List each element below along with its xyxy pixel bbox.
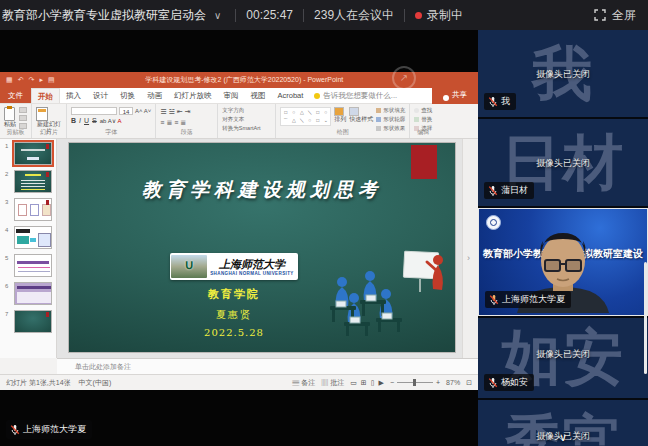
shape-fill-button[interactable]: 形状填充	[376, 107, 405, 114]
tab-transitions[interactable]: 切换	[114, 88, 141, 103]
recording-status[interactable]: 录制中	[427, 7, 463, 24]
zoom-slider-thumb[interactable]	[413, 379, 416, 386]
normal-view-icon[interactable]: ▭	[350, 379, 357, 387]
participant-name: 杨如安	[501, 376, 528, 389]
text-direction-button[interactable]: 文字方向	[222, 107, 260, 114]
cut-icon[interactable]	[19, 107, 27, 113]
slide-department[interactable]: 教育学院	[154, 287, 314, 302]
underline-button[interactable]: U	[84, 117, 89, 124]
italic-button[interactable]: I	[79, 117, 81, 124]
slide-canvas[interactable]: 教育学科建设规划思考 ∪ 上海师范大学 SHANGHAI NORMAL UNIV…	[57, 139, 462, 358]
tab-slideshow[interactable]: 幻灯片放映	[168, 88, 218, 103]
slide-thumbnail-3[interactable]	[14, 198, 52, 221]
replace-button[interactable]: 替换	[414, 116, 432, 123]
tab-review[interactable]: 审阅	[218, 88, 245, 103]
arrange-icon[interactable]	[334, 107, 344, 116]
chevron-down-icon[interactable]: ∨	[214, 10, 221, 21]
camera-off-text: 摄像头已关闭	[478, 157, 648, 170]
save-icon[interactable]: ▦	[6, 76, 13, 84]
scroll-more-chevron-icon[interactable]: ∨	[559, 431, 567, 444]
new-slide-icon[interactable]	[36, 107, 48, 121]
tab-insert[interactable]: 插入	[60, 88, 87, 103]
microphone-muted-icon	[488, 377, 498, 389]
zoom-in-icon[interactable]: +	[436, 379, 440, 386]
participant-tile-me[interactable]: 我 摄像头已关闭 我	[478, 30, 648, 117]
sorter-view-icon[interactable]: ⊞	[361, 379, 367, 387]
slide-thumbnail-6[interactable]	[14, 282, 52, 305]
smartart-button[interactable]: 转换为SmartArt	[222, 125, 260, 132]
comments-toggle[interactable]: ▥ 批注	[321, 378, 344, 388]
language-indicator[interactable]: 中文(中国)	[79, 378, 112, 388]
tab-home[interactable]: 开始	[31, 88, 60, 103]
font-size-box[interactable]: 14	[119, 107, 133, 115]
strike-button[interactable]: S	[92, 117, 97, 124]
screen-share-area: ▦ ↶ ↷ ▸ ▤ 学科建设规划思考-修改2 (广西师范大学20220520) …	[0, 30, 478, 446]
participant-tile-partial[interactable]: 秀宫 摄像头已关闭 ∨	[478, 400, 648, 446]
clipboard-group-label: 剪贴板	[0, 128, 31, 137]
thumb-number: 3	[5, 199, 8, 205]
undo-icon[interactable]: ↶	[18, 76, 24, 84]
tab-view[interactable]: 视图	[245, 88, 272, 103]
tab-acrobat[interactable]: Acrobat	[272, 88, 310, 103]
find-button[interactable]: 查找	[414, 107, 432, 114]
tell-me-box[interactable]: 告诉我您想要做什么...	[309, 88, 402, 103]
university-name-cn: 上海师范大学	[207, 258, 297, 271]
slide-date[interactable]: 2022.5.28	[154, 327, 314, 338]
share-button[interactable]: 共享	[432, 72, 478, 104]
slide-presenter[interactable]: 夏惠贤	[154, 308, 314, 322]
ppt-title-bar[interactable]: ▦ ↶ ↷ ▸ ▤ 学科建设规划思考-修改2 (广西师范大学20220520) …	[0, 72, 478, 88]
shape-outline-button[interactable]: 形状轮廓	[376, 116, 405, 123]
bold-button[interactable]: B	[71, 117, 76, 124]
participant-name: 蒲日材	[501, 184, 528, 197]
chevron-right-icon[interactable]: ›	[467, 253, 470, 263]
slide-thumbnail-2[interactable]	[14, 170, 52, 193]
microphone-muted-icon	[488, 96, 498, 108]
tab-design[interactable]: 设计	[87, 88, 114, 103]
slide-scrollbar[interactable]: ›	[462, 139, 478, 358]
paste-label[interactable]: 粘贴	[4, 121, 16, 128]
slide-thumbnail-4[interactable]	[14, 226, 52, 249]
tab-file[interactable]: 文件	[0, 88, 31, 103]
reading-view-icon[interactable]: ▯	[371, 379, 375, 387]
participant-tile-speaker-video[interactable]: 教育部小学教育专业虚拟教研室建设	[478, 208, 648, 316]
current-slide[interactable]: 教育学科建设规划思考 ∪ 上海师范大学 SHANGHAI NORMAL UNIV…	[69, 143, 455, 352]
list-icons[interactable]: ☰ ☱ ⇤ ⇥	[160, 107, 190, 116]
quick-access-toolbar[interactable]: ▦ ↶ ↷ ▸ ▤	[6, 76, 55, 84]
participant-tile-yangruan[interactable]: 如安 摄像头已关闭 杨如安	[478, 318, 648, 398]
present-icon[interactable]: ▤	[48, 76, 55, 84]
redo-icon[interactable]: ↷	[29, 76, 35, 84]
slide-thumbnail-1[interactable]	[14, 142, 52, 165]
notes-pane[interactable]: 单击此处添加备注	[57, 358, 478, 374]
font-name-box[interactable]	[71, 107, 117, 115]
copy-icon[interactable]	[19, 115, 27, 121]
participant-count[interactable]: 239人在会议中	[314, 7, 394, 24]
participant-tile-purimu[interactable]: 日材 摄像头已关闭 蒲日材	[478, 119, 648, 206]
notes-toggle[interactable]: ▤ 备注	[292, 378, 315, 388]
slideshow-icon[interactable]: ▸	[39, 76, 43, 84]
quick-styles-label[interactable]: 快速样式	[349, 116, 373, 123]
slide-thumbnail-7[interactable]	[14, 310, 52, 333]
arrange-label[interactable]: 排列	[334, 116, 346, 123]
paste-icon[interactable]	[4, 107, 15, 121]
tab-animations[interactable]: 动画	[141, 88, 168, 103]
shapes-gallery[interactable]: □○△ ＼□○ ⌒△＼ ○□⌄	[280, 107, 331, 126]
sidebar-scrollbar[interactable]	[644, 262, 647, 374]
meeting-title[interactable]: 教育部小学教育专业虚拟教研室启动会	[2, 7, 206, 24]
fullscreen-button[interactable]: 全屏	[612, 7, 636, 24]
align-text-button[interactable]: 对齐文本	[222, 116, 260, 123]
zoom-out-icon[interactable]: −	[390, 379, 394, 386]
fullscreen-icon[interactable]	[594, 9, 606, 21]
slide-thumbnail-panel[interactable]: 1 2	[0, 139, 57, 358]
zoom-slider[interactable]: − +	[390, 379, 440, 386]
university-banner[interactable]: ∪ 上海师范大学 SHANGHAI NORMAL UNIVERSITY	[170, 253, 298, 280]
slide-title[interactable]: 教育学科建设规划思考	[69, 177, 455, 203]
zoom-level[interactable]: 87%	[446, 379, 460, 386]
lightbulb-icon	[314, 93, 320, 99]
align-icons[interactable]: ≡ ≣ ≡ ≣	[160, 118, 190, 127]
university-logo-icon: ∪	[171, 257, 207, 272]
text-tools: 文字方向 对齐文本 转换为SmartArt	[218, 104, 276, 138]
slide-thumbnail-5[interactable]	[14, 254, 52, 277]
quick-styles-icon[interactable]	[349, 107, 359, 116]
fit-slide-icon[interactable]: ⊡	[466, 379, 472, 387]
slideshow-view-icon[interactable]: ▶	[379, 379, 384, 387]
